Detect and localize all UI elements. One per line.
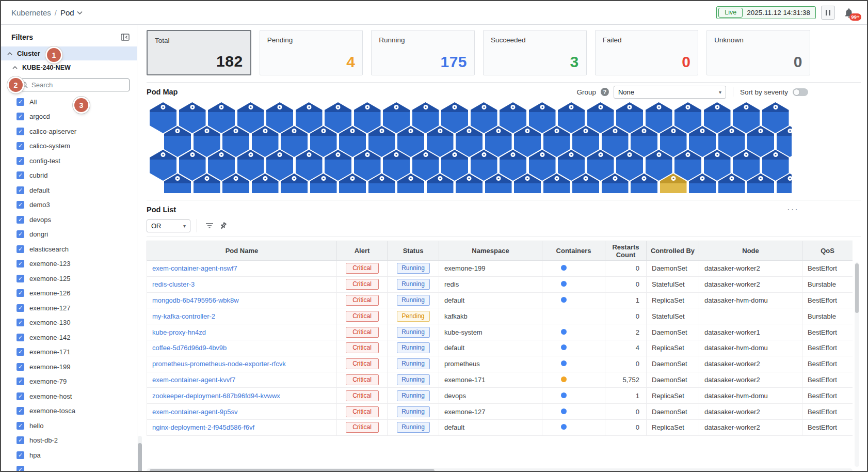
pod-hexagon[interactable] [514, 174, 541, 193]
status-badge[interactable]: Running [397, 358, 430, 369]
pod-hexagon[interactable] [689, 174, 716, 193]
checkbox-checked-icon[interactable]: ✓ [17, 157, 24, 165]
namespace-filter-item[interactable]: ✓dongri [1, 227, 137, 242]
pod-hexagon[interactable] [777, 174, 792, 193]
alert-badge[interactable]: Critical [346, 311, 379, 322]
column-header-controlled-by[interactable]: Controlled By [647, 241, 699, 261]
column-header-status[interactable]: Status [388, 241, 439, 261]
namespace-filter-item[interactable]: ✓hpa [1, 448, 137, 463]
notifications-button[interactable]: 99+ [843, 7, 857, 19]
status-badge[interactable]: Running [397, 342, 430, 353]
checkbox-checked-icon[interactable]: ✓ [17, 260, 24, 268]
checkbox-checked-icon[interactable]: ✓ [17, 466, 24, 471]
checkbox-checked-icon[interactable]: ✓ [17, 348, 24, 356]
summary-card-succeeded[interactable]: Succeeded3 [483, 30, 587, 75]
pod-hexagon[interactable] [427, 174, 454, 193]
pod-hexagon[interactable] [252, 174, 279, 193]
alert-badge[interactable]: Critical [346, 327, 379, 338]
pod-name-link[interactable]: exem-container-agent-nswf7 [152, 264, 237, 272]
pod-name-link[interactable]: exem-container-agent-kvvf7 [152, 376, 235, 384]
column-header-restarts-count[interactable]: Restarts Count [605, 241, 647, 261]
pod-hexagon[interactable] [194, 174, 220, 193]
pod-hexagon[interactable] [631, 174, 657, 193]
namespace-filter-item[interactable]: ✓demo3 [1, 198, 137, 213]
namespace-filter-item[interactable]: ✓All [1, 95, 137, 109]
pod-name-link[interactable]: exem-container-agent-9p5sv [152, 408, 237, 416]
checkbox-checked-icon[interactable]: ✓ [17, 171, 24, 179]
filter-operator-select[interactable]: OR ▾ [147, 219, 190, 232]
column-header-namespace[interactable]: Namespace [439, 241, 542, 261]
checkbox-checked-icon[interactable]: ✓ [17, 142, 24, 150]
checkbox-checked-icon[interactable]: ✓ [17, 363, 24, 371]
column-header-alert[interactable]: Alert [337, 241, 388, 261]
namespace-filter-item[interactable]: ✓exemone-126 [1, 286, 137, 301]
status-badge[interactable]: Running [397, 406, 430, 417]
namespace-filter-item[interactable]: ✓default [1, 183, 137, 198]
group-select[interactable]: None ▾ [614, 86, 726, 99]
alert-badge[interactable]: Critical [346, 342, 379, 353]
breadcrumb-root[interactable]: Kubernetes [11, 8, 51, 17]
content-vertical-scrollbar[interactable] [138, 436, 142, 472]
summary-card-total[interactable]: Total182 [147, 30, 251, 75]
namespace-filter-item[interactable]: ✓exemone-79 [1, 374, 137, 389]
status-badge[interactable]: Running [397, 422, 430, 433]
scrollbar-thumb[interactable] [138, 443, 142, 472]
pod-hexagon[interactable] [222, 174, 249, 193]
pod-name-link[interactable]: mongodb-6b4795956-wbk8w [152, 296, 239, 304]
namespace-filter-item[interactable]: ✓exemone-123 [1, 257, 137, 272]
namespace-filter-item[interactable]: ✓exemone-171 [1, 345, 137, 360]
namespace-filter-item[interactable]: ✓config-test [1, 153, 137, 168]
more-options-icon[interactable]: ··· [787, 204, 799, 215]
pod-hexagon[interactable] [747, 174, 774, 193]
alert-badge[interactable]: Critical [346, 390, 379, 401]
namespace-filter-item[interactable]: ✓exemone-125 [1, 271, 137, 286]
pod-hexagon[interactable] [602, 174, 629, 193]
namespace-filter-item[interactable]: ✓exemone-127 [1, 301, 137, 316]
alert-badge[interactable]: Critical [346, 279, 379, 290]
search-input[interactable] [31, 81, 109, 89]
namespace-filter-item[interactable]: ✓calico-system [1, 139, 137, 154]
namespace-filter-item[interactable]: ✓exemone-130 [1, 316, 137, 331]
pod-hexagon[interactable] [164, 174, 191, 193]
pod-hexagon[interactable] [368, 174, 395, 193]
alert-badge[interactable]: Critical [346, 422, 379, 433]
sort-by-severity-toggle[interactable] [793, 88, 808, 96]
sidebar-collapse-button[interactable] [121, 34, 130, 41]
scrollbar-thumb[interactable] [855, 263, 859, 313]
column-header-pod-name[interactable]: Pod Name [147, 241, 337, 261]
summary-card-pending[interactable]: Pending4 [260, 30, 363, 75]
checkbox-checked-icon[interactable]: ✓ [17, 186, 24, 194]
summary-card-failed[interactable]: Failed0 [595, 30, 699, 75]
pod-name-link[interactable]: prometheus-prometheus-node-exporter-rfcv… [152, 360, 286, 368]
alert-badge[interactable]: Critical [346, 263, 379, 274]
pod-hexagon[interactable] [310, 174, 337, 193]
checkbox-checked-icon[interactable]: ✓ [17, 377, 24, 385]
status-badge[interactable]: Running [397, 374, 430, 385]
table-horizontal-scrollbar[interactable] [147, 468, 853, 472]
tree-node-cluster-name[interactable]: KUBE-240-NEW [1, 60, 137, 74]
pod-name-link[interactable]: nginx-deployment-2-f945d586-f6vf [152, 423, 254, 431]
table-vertical-scrollbar[interactable] [855, 262, 859, 467]
status-badge[interactable]: Running [397, 327, 430, 338]
pod-hexagon[interactable] [543, 174, 570, 193]
checkbox-checked-icon[interactable]: ✓ [17, 422, 24, 430]
pin-button[interactable] [216, 219, 230, 232]
pod-hexagon[interactable] [718, 174, 745, 193]
pod-name-link[interactable]: coffee-5d76d96d9-4bv9b [152, 344, 227, 352]
status-badge[interactable]: Running [397, 295, 430, 306]
namespace-filter-item-partial[interactable]: ✓ [1, 463, 137, 471]
namespace-filter-item[interactable]: ✓devops [1, 212, 137, 227]
checkbox-checked-icon[interactable]: ✓ [17, 334, 24, 341]
namespace-filter-item[interactable]: ✓elasticsearch [1, 242, 137, 257]
summary-card-unknown[interactable]: Unknown0 [706, 30, 810, 75]
checkbox-checked-icon[interactable]: ✓ [17, 451, 24, 459]
alert-badge[interactable]: Critical [346, 358, 379, 369]
namespace-filter-item[interactable]: ✓exemone-host [1, 389, 137, 404]
pause-button[interactable] [821, 6, 835, 20]
namespace-filter-item[interactable]: ✓cubrid [1, 168, 137, 183]
column-header-containers[interactable]: Containers [542, 241, 605, 261]
pod-hexagon[interactable] [485, 174, 512, 193]
filter-button[interactable] [203, 219, 216, 232]
checkbox-checked-icon[interactable]: ✓ [17, 113, 24, 120]
checkbox-checked-icon[interactable]: ✓ [17, 216, 24, 224]
